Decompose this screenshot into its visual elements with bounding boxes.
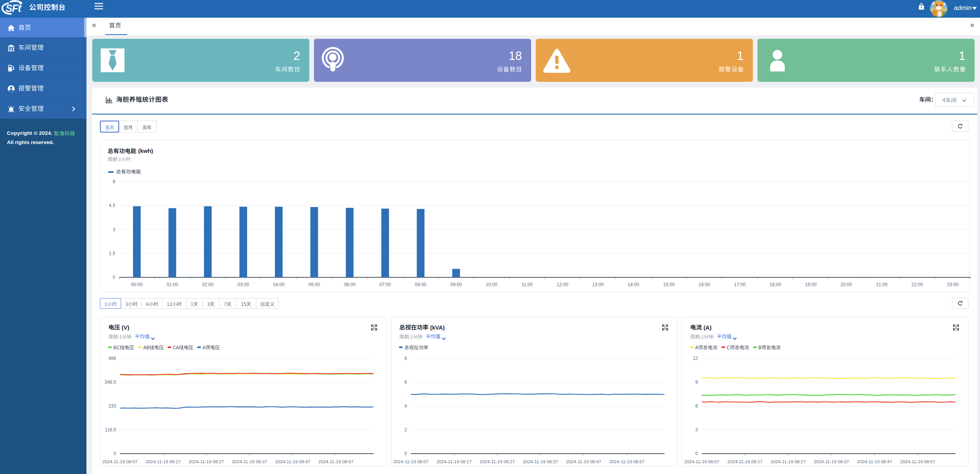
svg-text:2024-11-19 08:47: 2024-11-19 08:47 [857,459,892,464]
svg-text:6: 6 [695,403,698,409]
svg-text:2024-11-19 08:57: 2024-11-19 08:57 [900,459,935,464]
svg-text:3: 3 [695,427,698,433]
svg-text:12: 12 [693,356,698,361]
svg-text:2024-11-19 08:07: 2024-11-19 08:07 [684,459,719,464]
svg-text:2024-11-19 08:37: 2024-11-19 08:37 [814,459,849,464]
svg-text:2024-11-19 08:27: 2024-11-19 08:27 [771,459,806,464]
svg-text:2024-11-19 08:17: 2024-11-19 08:17 [728,459,762,464]
svg-text:9: 9 [695,380,698,385]
svg-text:0: 0 [695,451,698,456]
